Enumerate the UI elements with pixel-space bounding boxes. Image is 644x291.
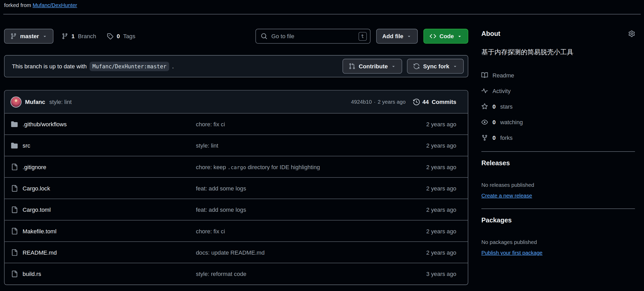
sidebar-item-readme[interactable]: Readme	[481, 68, 635, 83]
commit-sha-line[interactable]: 4924b10 · 2 years ago	[351, 99, 406, 105]
branch-selector-button[interactable]: master	[4, 29, 53, 44]
pull-request-icon	[349, 63, 355, 69]
file-name-link[interactable]: .github/workflows	[11, 121, 196, 127]
table-row: build.rs style: reformat code 3 years ag…	[4, 263, 468, 285]
commit-age-cell: 2 years ago	[390, 142, 456, 149]
commit-message-cell[interactable]: style: lint	[196, 142, 390, 149]
chevron-down-icon	[453, 64, 457, 69]
commit-sha[interactable]: 4924b10	[351, 99, 372, 105]
commit-message-cell[interactable]: chore: fix ci	[196, 228, 390, 234]
tag-icon	[107, 33, 113, 39]
sidebar-item-watching[interactable]: 0 watching	[481, 114, 635, 130]
commit-message-cell[interactable]: docs: update README.md	[196, 249, 390, 255]
file-name-link[interactable]: Cargo.lock	[11, 185, 196, 191]
file-name-link[interactable]: README.md	[11, 249, 196, 255]
go-to-file-input[interactable]: Go to file t	[255, 29, 370, 44]
sha-separator: ·	[374, 99, 376, 105]
table-row: Cargo.toml feat: add some logs 2 years a…	[4, 199, 468, 220]
file-name: Makefile.toml	[23, 228, 57, 234]
commit-age-cell: 2 years ago	[390, 249, 456, 255]
git-branch-icon	[61, 33, 68, 39]
contribute-button[interactable]: Contribute	[343, 59, 402, 74]
packages-title: Packages	[481, 215, 635, 225]
sidebar-item-forks[interactable]: 0 forks	[481, 130, 635, 146]
commit-message-cell[interactable]: chore: keep .cargo directory for IDE hig…	[196, 163, 390, 170]
file-name-link[interactable]: src	[11, 142, 196, 149]
commit-time: 2 years ago	[378, 99, 406, 105]
commit-message-link[interactable]: style: lint	[49, 98, 72, 105]
forked-from-line: forked from Mufanc/DexHunter	[0, 0, 644, 8]
file-name-link[interactable]: Makefile.toml	[11, 228, 196, 234]
file-icon	[11, 185, 18, 191]
commit-message-cell[interactable]: chore: fix ci	[196, 121, 390, 127]
table-row: .gitignore chore: keep .cargo directory …	[4, 156, 468, 178]
commit-age-cell: 2 years ago	[390, 163, 456, 170]
go-to-file-placeholder: Go to file	[271, 33, 294, 39]
code-button[interactable]: Code	[423, 29, 468, 44]
create-release-link[interactable]: Create a new release	[481, 192, 532, 199]
file-icon	[11, 228, 18, 234]
readme-label: Readme	[492, 72, 514, 78]
fork-source-link[interactable]: Mufanc/DexHunter	[33, 2, 77, 8]
tags-link[interactable]: 0 Tags	[107, 33, 135, 39]
file-table: Mufanc style: lint 4924b10 · 2 years ago…	[4, 90, 468, 285]
sidebar-item-activity[interactable]: Activity	[481, 83, 635, 99]
tags-count: 0	[117, 33, 120, 39]
commit-message-cell[interactable]: style: reformat code	[196, 271, 390, 277]
releases-empty-text: No releases published	[481, 181, 635, 189]
pulse-icon	[481, 88, 488, 94]
repo-main-column: master 1 Branch 0 Tags	[4, 14, 468, 285]
sync-fork-button[interactable]: Sync fork	[407, 59, 464, 74]
sync-fork-label: Sync fork	[423, 63, 449, 69]
watching-count: 0	[492, 119, 496, 125]
latest-commit-bar: Mufanc style: lint 4924b10 · 2 years ago…	[4, 90, 468, 114]
file-name-link[interactable]: .gitignore	[11, 163, 196, 170]
commit-history-link[interactable]: 44 Commits	[413, 98, 456, 105]
file-icon	[11, 249, 18, 255]
inline-code: .cargo	[228, 164, 246, 170]
commit-age-cell: 2 years ago	[390, 185, 456, 191]
commit-age-cell: 3 years ago	[390, 271, 456, 277]
branches-link[interactable]: 1 Branch	[61, 33, 96, 39]
file-name: README.md	[23, 249, 57, 255]
releases-title: Releases	[481, 158, 635, 168]
activity-label: Activity	[492, 88, 511, 94]
commit-message-cell[interactable]: feat: add some logs	[196, 185, 390, 191]
repo-page: forked from Mufanc/DexHunter master 1 Br…	[0, 0, 644, 291]
table-row: .github/workflows chore: fix ci 2 years …	[4, 114, 468, 135]
repo-toolbar: master 1 Branch 0 Tags	[4, 29, 468, 44]
gear-icon[interactable]	[628, 30, 635, 37]
table-row: src style: lint 2 years ago	[4, 135, 468, 156]
commit-author-link[interactable]: Mufanc	[25, 98, 45, 105]
publish-package-link[interactable]: Publish your first package	[481, 249, 543, 256]
chevron-down-icon	[407, 34, 412, 39]
chevron-down-icon	[457, 34, 462, 39]
file-name-link[interactable]: build.rs	[11, 271, 196, 277]
branch-status-text: This branch is up to date with	[12, 63, 87, 69]
sidebar-item-stars[interactable]: 0 stars	[481, 99, 635, 114]
forked-from-label: forked from	[4, 2, 31, 8]
branch-status-banner: This branch is up to date with Mufanc/De…	[4, 55, 468, 77]
table-row: Makefile.toml chore: fix ci 2 years ago	[4, 220, 468, 242]
packages-empty-text: No packages published	[481, 239, 635, 246]
keyboard-shortcut-hint: t	[358, 32, 367, 41]
table-row: README.md docs: update README.md 2 years…	[4, 242, 468, 263]
file-name: .github/workflows	[23, 121, 67, 127]
code-icon	[430, 33, 436, 39]
commit-message-cell[interactable]: feat: add some logs	[196, 206, 390, 213]
history-icon	[413, 98, 420, 105]
add-file-button[interactable]: Add file	[376, 29, 417, 44]
avatar[interactable]	[11, 97, 21, 107]
folder-icon	[11, 142, 18, 149]
file-name-link[interactable]: Cargo.toml	[11, 206, 196, 213]
sidebar-divider	[481, 151, 635, 152]
file-name: Cargo.lock	[23, 185, 50, 191]
current-branch-label: master	[20, 33, 39, 39]
branches-count: 1	[71, 33, 74, 39]
repo-sidebar: About 基于内存探测的简易脱壳小工具 Readme Activity 0 s…	[481, 14, 635, 256]
code-button-label: Code	[440, 33, 454, 39]
file-icon	[11, 163, 18, 170]
sync-icon	[413, 63, 420, 69]
commit-age-cell: 2 years ago	[390, 228, 456, 234]
book-icon	[481, 72, 488, 78]
